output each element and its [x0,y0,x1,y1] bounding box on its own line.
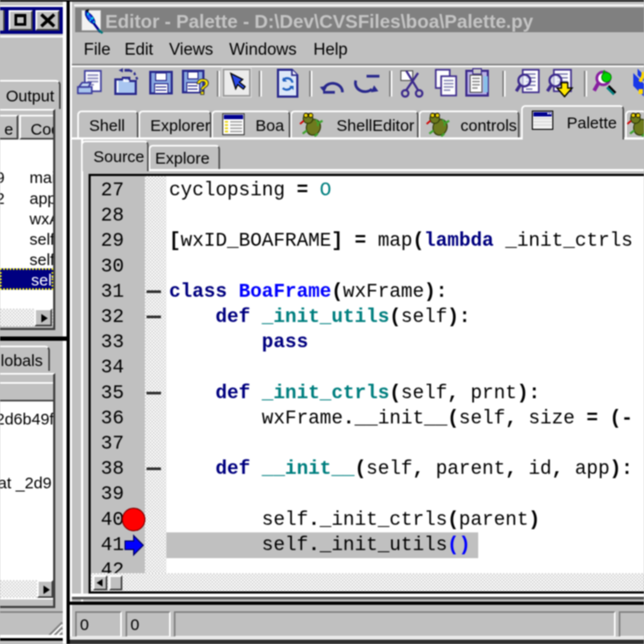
svg-text:?: ? [196,74,210,98]
